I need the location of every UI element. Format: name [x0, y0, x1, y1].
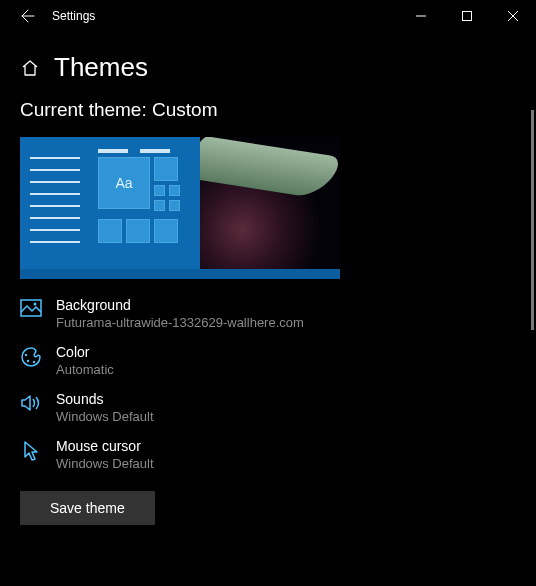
- app-title: Settings: [48, 9, 95, 23]
- option-value: Windows Default: [56, 409, 154, 424]
- back-button[interactable]: [8, 0, 48, 32]
- cursor-icon: [20, 440, 42, 462]
- preview-start-menu: Aa: [20, 137, 200, 269]
- cursor-option[interactable]: Mouse cursor Windows Default: [20, 438, 516, 471]
- preview-taskbar: [20, 269, 340, 279]
- background-option[interactable]: Background Futurama-ultrawide-1332629-wa…: [20, 297, 516, 330]
- page-header: Themes: [0, 32, 536, 99]
- svg-point-5: [27, 360, 29, 362]
- save-theme-button[interactable]: Save theme: [20, 491, 155, 525]
- option-value: Futurama-ultrawide-1332629-wallhere.com: [56, 315, 304, 330]
- preview-wallpaper: [200, 137, 340, 269]
- scrollbar[interactable]: [531, 110, 534, 330]
- minimize-icon: [416, 11, 426, 21]
- window-controls: [398, 0, 536, 32]
- palette-icon: [20, 346, 42, 368]
- sounds-option[interactable]: Sounds Windows Default: [20, 391, 516, 424]
- color-option[interactable]: Color Automatic: [20, 344, 516, 377]
- titlebar: Settings: [0, 0, 536, 32]
- maximize-button[interactable]: [444, 0, 490, 32]
- svg-point-6: [33, 361, 35, 363]
- arrow-left-icon: [20, 8, 36, 24]
- theme-preview[interactable]: Aa: [20, 137, 340, 279]
- svg-point-4: [25, 354, 27, 356]
- svg-point-3: [34, 303, 37, 306]
- maximize-icon: [462, 11, 472, 21]
- content: Current theme: Custom Aa: [0, 99, 536, 545]
- page-title: Themes: [54, 52, 148, 83]
- option-label: Mouse cursor: [56, 438, 154, 454]
- home-button[interactable]: [20, 58, 40, 78]
- speaker-icon: [20, 393, 42, 413]
- image-icon: [20, 299, 42, 319]
- option-value: Automatic: [56, 362, 114, 377]
- close-icon: [508, 11, 518, 21]
- option-value: Windows Default: [56, 456, 154, 471]
- option-label: Color: [56, 344, 114, 360]
- home-icon: [21, 59, 39, 77]
- current-theme-label: Current theme: Custom: [20, 99, 516, 121]
- option-label: Sounds: [56, 391, 154, 407]
- svg-rect-1: [463, 12, 472, 21]
- close-button[interactable]: [490, 0, 536, 32]
- minimize-button[interactable]: [398, 0, 444, 32]
- option-label: Background: [56, 297, 304, 313]
- preview-sample-text: Aa: [98, 157, 150, 209]
- theme-options-list: Background Futurama-ultrawide-1332629-wa…: [20, 297, 516, 471]
